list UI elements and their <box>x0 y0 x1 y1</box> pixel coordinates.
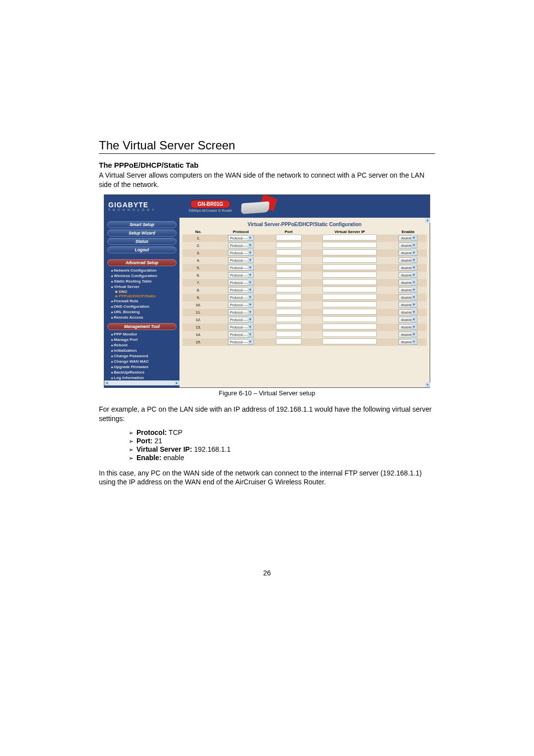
row-no: 4. <box>182 257 214 264</box>
vsip-input[interactable] <box>322 279 377 285</box>
vsip-input[interactable] <box>322 294 377 300</box>
port-input[interactable] <box>276 264 302 270</box>
nav-change-wan-mac[interactable]: Change WAN MAC <box>104 359 179 364</box>
vsip-input[interactable] <box>322 257 377 263</box>
virtual-server-table: No. Protocol Port Virtual Server IP Enab… <box>182 229 427 235</box>
scroll-down-icon[interactable]: ▾ <box>425 382 430 387</box>
enable-select[interactable]: disable <box>399 302 417 308</box>
protocol-select[interactable]: Protocol----- <box>228 302 254 308</box>
protocol-select[interactable]: Protocol----- <box>228 280 254 285</box>
enable-select[interactable]: disable <box>399 235 417 241</box>
nav-remote-access[interactable]: Remote Access <box>104 315 179 320</box>
port-input[interactable] <box>276 316 302 322</box>
scroll-left-icon[interactable]: ◂ <box>104 380 109 385</box>
row-no: 1. <box>182 235 214 242</box>
nav-dmz[interactable]: ■ DMZ <box>104 289 179 294</box>
scroll-up-icon[interactable]: ▴ <box>425 218 430 223</box>
vsip-input[interactable] <box>322 235 377 240</box>
port-input[interactable] <box>276 235 302 240</box>
vsip-input[interactable] <box>322 264 377 270</box>
vsip-input[interactable] <box>322 316 377 322</box>
protocol-select[interactable]: Protocol----- <box>228 265 254 271</box>
sidebar-logout[interactable]: Logout <box>107 246 177 253</box>
nav-manage-port[interactable]: Manage Port <box>104 337 179 342</box>
protocol-select[interactable]: Protocol----- <box>228 287 254 293</box>
enable-select[interactable]: disable <box>399 272 417 278</box>
brand-logo: GIGABYTE T E C H N O L O G Y <box>108 201 155 211</box>
nav-url-blocking[interactable]: URL Blocking <box>104 309 179 315</box>
nav-pppoe-dhcp-static[interactable]: ■ PPPoE/DHCP/Static <box>104 294 179 298</box>
enable-select[interactable]: disable <box>399 242 417 248</box>
row-no: 11. <box>182 309 214 316</box>
table-row: 7.Protocol-----disable <box>182 279 427 286</box>
nav-dns-config[interactable]: DNS Configuration <box>104 304 179 309</box>
enable-select[interactable]: disable <box>399 324 417 330</box>
port-input[interactable] <box>276 301 302 307</box>
port-input[interactable] <box>276 249 302 255</box>
port-input[interactable] <box>276 286 302 292</box>
enable-select[interactable]: disable <box>399 280 417 285</box>
sidebar-setup-wizard[interactable]: Setup Wizard <box>107 230 177 236</box>
nav-reboot[interactable]: Reboot <box>104 342 179 348</box>
sidebar-smart-setup[interactable]: Smart Setup <box>107 221 177 228</box>
sidebar-advanced-setup[interactable]: Advanced Setup <box>107 259 177 266</box>
enable-select[interactable]: disable <box>399 250 417 256</box>
port-input[interactable] <box>276 294 302 300</box>
sidebar-status[interactable]: Status <box>107 238 177 245</box>
vsip-input[interactable] <box>322 249 377 255</box>
enable-select[interactable]: disable <box>399 339 417 345</box>
vsip-input[interactable] <box>322 301 377 307</box>
port-input[interactable] <box>276 331 302 337</box>
sidebar-scrollbar[interactable]: ◂ ▸ <box>104 380 179 385</box>
content-title: Virtual Server-PPPoE/DHCP/Static Configu… <box>182 222 427 227</box>
port-input[interactable] <box>276 257 302 263</box>
vsip-input[interactable] <box>322 309 377 315</box>
vsip-input[interactable] <box>322 272 377 278</box>
protocol-select[interactable]: Protocol----- <box>228 309 254 315</box>
protocol-select[interactable]: Protocol----- <box>228 331 254 337</box>
port-input[interactable] <box>276 272 302 278</box>
protocol-select[interactable]: Protocol----- <box>228 339 254 345</box>
protocol-select[interactable]: Protocol----- <box>228 250 254 256</box>
port-input[interactable] <box>276 338 302 344</box>
nav-network-config[interactable]: Network Configuration <box>104 268 179 273</box>
port-input[interactable] <box>276 279 302 285</box>
nav-virtual-server[interactable]: Virtual Server <box>104 284 179 289</box>
vsip-input[interactable] <box>322 242 377 248</box>
nav-log-information[interactable]: Log Information <box>104 375 179 380</box>
protocol-select[interactable]: Protocol----- <box>228 242 254 248</box>
nav-backup-restore[interactable]: BackUp/Restore <box>104 370 179 375</box>
enable-select[interactable]: disable <box>399 257 417 263</box>
scroll-right-icon[interactable]: ▸ <box>175 380 179 385</box>
row-no: 2. <box>182 242 214 249</box>
protocol-select[interactable]: Protocol----- <box>228 235 254 241</box>
nav-wireless-config[interactable]: Wireless Configuration <box>104 273 179 279</box>
enable-select[interactable]: disable <box>399 265 417 271</box>
model-sub: 54Mbps AirCruiser G Router <box>189 209 232 212</box>
enable-select[interactable]: disable <box>399 287 417 293</box>
sidebar-management-tool[interactable]: Management Tool <box>107 323 177 330</box>
port-input[interactable] <box>276 309 302 315</box>
nav-firewall-rule[interactable]: Firewall Rule <box>104 298 179 304</box>
vsip-input[interactable] <box>322 331 377 337</box>
enable-select[interactable]: disable <box>399 309 417 315</box>
enable-select[interactable]: disable <box>399 317 417 323</box>
nav-change-password[interactable]: Change Password <box>104 353 179 359</box>
nav-static-routing[interactable]: Static Routing Table <box>104 279 179 284</box>
enable-select[interactable]: disable <box>399 294 417 300</box>
figure-caption: Figure 6-10 – Virtual Server setup <box>99 389 435 397</box>
vsip-input[interactable] <box>322 286 377 292</box>
protocol-select[interactable]: Protocol----- <box>228 317 254 323</box>
protocol-select[interactable]: Protocol----- <box>228 324 254 330</box>
protocol-select[interactable]: Protocol----- <box>228 294 254 300</box>
protocol-select[interactable]: Protocol----- <box>228 257 254 263</box>
enable-select[interactable]: disable <box>399 331 417 337</box>
nav-initialization[interactable]: Initialization <box>104 348 179 353</box>
protocol-select[interactable]: Protocol----- <box>228 272 254 278</box>
port-input[interactable] <box>276 242 302 248</box>
nav-upgrade-firmware[interactable]: Upgrade Firmware <box>104 364 179 370</box>
vsip-input[interactable] <box>322 338 377 344</box>
nav-ppp-monitor[interactable]: PPP Monitor <box>104 331 179 337</box>
vsip-input[interactable] <box>322 324 377 330</box>
port-input[interactable] <box>276 324 302 330</box>
